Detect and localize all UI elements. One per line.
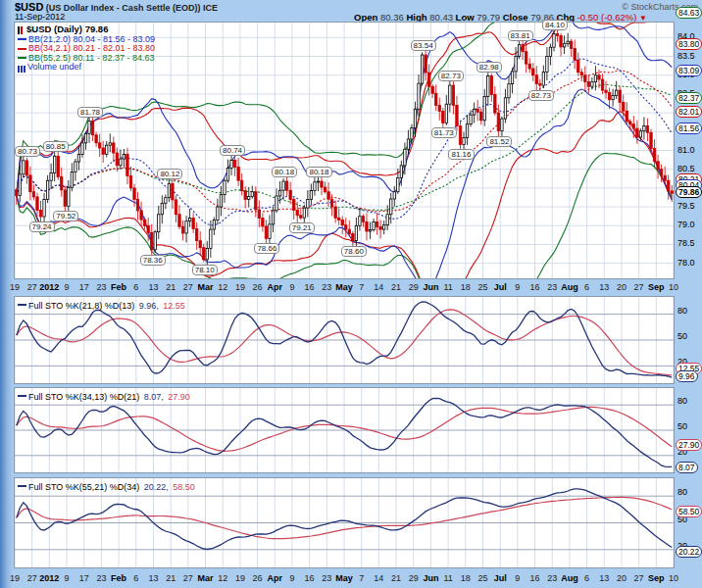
legend-bb21-text: BB(21,2.0) 80.04 - 81.56 - 83.09 [28,34,155,44]
x-axis-tick-label: 12 [218,282,227,292]
price-annotation: 79.21 [289,222,315,233]
x-axis-tick-label: 27 [27,282,37,292]
price-annotation: 82.73 [528,90,554,101]
x-axis-tick-label: Feb [111,282,126,292]
x-axis-tick-label: Sep [648,573,665,583]
price-annotation: 79.24 [29,221,55,232]
x-axis-tick-label: 9 [65,282,70,292]
x-axis-tick-label: Aug [561,282,578,292]
stochastic-1-legend: Full STO %K(21,8) %D(13) 9.96, 12.55 [18,299,185,312]
sto3-k-value: 20.22, [144,482,169,492]
x-axis-tick-label: 2012 [39,573,59,583]
sto2-k-value: 8.07, [144,392,164,402]
x-axis-labels-bottom: 1927201291723Feb6132127Mar121926Apr91623… [0,573,702,585]
bb34-swatch-icon [18,48,26,50]
x-axis-tick-label: Jul [494,573,507,583]
x-axis-tick-label: 27 [634,573,644,583]
x-axis-tick-label: 27 [27,573,37,583]
bb21-swatch-icon [18,38,26,40]
x-axis-tick-label: Jun [423,573,438,583]
price-annotation: 82.73 [438,71,464,81]
x-axis-tick-label: Feb [111,573,126,583]
x-axis-tick-label: 23 [96,282,106,292]
price-annotation: 81.52 [486,136,512,147]
sto1-legend-text: Full STO %K(21,8) %D(13) [28,301,134,311]
legend-volume-row: Volume undef [18,63,155,73]
price-annotation: 79.52 [53,211,78,221]
y-axis-value-box: 9.96 [676,370,698,382]
x-axis-tick-label: 13 [599,573,609,583]
stochastic-pane-2: Full STO %K(34,13) %D(21) 8.07, 27.90 [14,387,675,473]
x-axis-tick-label: 9 [289,282,294,292]
y-axis-value-box: 20.22 [676,546,702,558]
y-axis-tick-label: 80 [677,487,687,497]
price-annotation: 81.16 [448,149,474,160]
x-axis-tick-label: 6 [584,282,589,292]
sto1-k-value: 9.96, [139,301,159,311]
x-axis-tick-label: 14 [374,573,383,583]
price-annotation: 83.81 [508,30,533,41]
price-annotation: 80.12 [157,169,182,179]
x-axis-tick-label: 7 [359,282,364,292]
y-axis-value-box: 84.63 [676,7,702,19]
price-pane: $USD (Daily) 79.86 BB(21,2.0) 80.04 - 81… [14,22,675,279]
x-axis-tick-label: 16 [530,573,540,583]
price-annotation: 84.10 [542,20,568,30]
y-axis-tick-label: 80 [677,306,687,316]
left-gradient-strip [0,0,13,588]
bb55-swatch-icon [18,57,26,59]
x-axis-tick-label: 7 [359,573,364,583]
y-axis-value-box: 58.50 [676,506,702,517]
y-axis-tick-label: 80.5 [677,164,695,173]
x-axis-tick-label: 18 [461,282,471,292]
x-axis-tick-label: Apr [268,282,283,292]
sto1-swatch-icon [18,304,26,306]
price-annotation: 78.36 [140,255,166,266]
x-axis-tick-label: 25 [477,573,487,583]
y-axis-tick-label: 79.0 [677,220,695,229]
x-axis-tick-label: 6 [133,573,138,583]
x-axis-tick-label: 2012 [39,282,59,292]
x-axis-tick-label: 6 [133,282,138,292]
x-axis-tick-label: 12 [218,573,227,583]
sto3-legend-text: Full STO %K(55,21) %D(34) [28,482,139,492]
y-axis-value-box: 83.09 [676,65,702,76]
stochastic-pane-3: Full STO %K(55,21) %D(34) 20.22, 58.50 [14,477,675,568]
price-annotation: 81.73 [431,127,457,138]
y-axis-value-box: 81.56 [676,122,702,134]
y-axis-tick-label: 81.0 [677,145,695,155]
x-axis-tick-label: 21 [391,573,401,583]
x-axis-labels-top: 1927201291723Feb6132127Mar121926Apr91623… [0,282,702,294]
y-axis-value-box: 83.80 [676,38,702,50]
x-axis-tick-label: 11 [443,573,452,583]
x-axis-tick-label: 29 [409,282,419,292]
sto2-swatch-icon [18,395,26,397]
x-axis-tick-label: 23 [322,282,331,292]
stochastic-3-legend: Full STO %K(55,21) %D(34) 20.22, 58.50 [18,480,195,493]
x-axis-tick-label: 17 [79,282,89,292]
x-axis-tick-label: 27 [183,282,193,292]
x-axis-tick-label: 13 [599,282,609,292]
y-axis-tick-label: 78.5 [677,238,695,248]
x-axis-tick-label: 26 [253,282,263,292]
y-axis-value-box: 82.37 [676,92,702,104]
price-annotation: 80.74 [220,145,245,156]
x-axis-tick-label: Mar [198,282,214,292]
price-annotation: 78.10 [192,265,218,275]
sto1-d-value: 12.55 [163,301,185,311]
x-axis-tick-label: 17 [79,573,89,583]
x-axis-tick-label: May [335,573,353,583]
stochastic-pane-1: Full STO %K(21,8) %D(13) 9.96, 12.55 [14,296,675,384]
price-annotation: 83.54 [411,40,436,51]
x-axis-tick-label: 18 [461,573,471,583]
x-axis-tick-label: 26 [253,573,263,583]
sto3-swatch-icon [18,485,26,487]
y-axis-value-box: 8.07 [676,462,698,473]
legend-symbol-text: $USD (Daily) 79.86 [26,24,108,34]
chart-date: 11-Sep-2012 [15,12,65,22]
price-annotation: 78.60 [341,246,367,257]
x-axis-tick-label: 19 [10,282,20,292]
price-legend: $USD (Daily) 79.86 BB(21,2.0) 80.04 - 81… [18,24,155,73]
x-axis-tick-label: 20 [617,573,627,583]
y-axis-tick-label: 80 [677,396,687,406]
